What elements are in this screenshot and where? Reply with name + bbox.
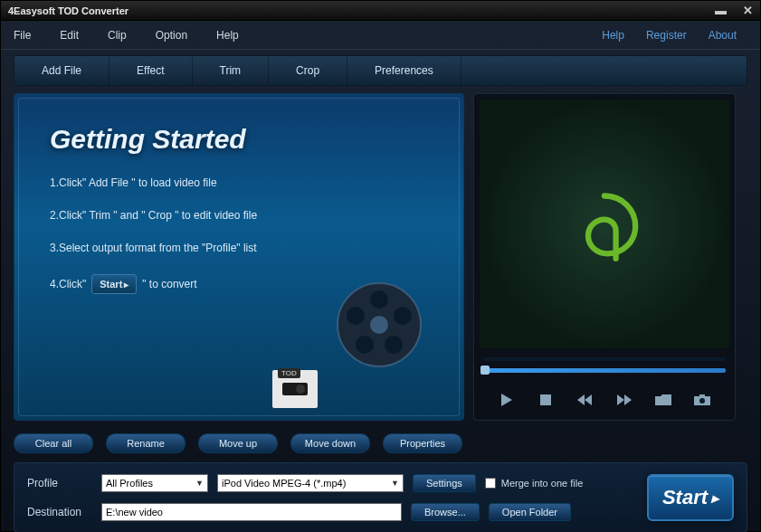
stop-button[interactable] (537, 393, 555, 407)
toolbar: Add File Effect Trim Crop Preferences (14, 55, 747, 86)
destination-label: Destination (27, 506, 92, 518)
prev-button[interactable] (576, 393, 594, 407)
menu-help[interactable]: Help (216, 29, 239, 42)
app-window: 4Easysoft TOD Converter ▬ ✕ File Edit Cl… (0, 0, 761, 532)
rename-button[interactable]: Rename (106, 433, 185, 453)
titlebar: 4Easysoft TOD Converter ▬ ✕ (1, 1, 760, 21)
step-2: 2.Click" Trim " and " Crop " to edit vid… (50, 209, 459, 222)
video-preview (480, 100, 729, 348)
link-register[interactable]: Register (646, 29, 687, 42)
svg-point-8 (296, 385, 305, 394)
svg-point-4 (385, 336, 403, 354)
move-up-button[interactable]: Move up (198, 433, 278, 453)
app-title: 4Easysoft TOD Converter (8, 5, 715, 16)
welcome-panel: Getting Started 1.Click" Add File " to l… (14, 93, 464, 421)
snapshot-button[interactable] (693, 393, 711, 407)
svg-point-3 (394, 307, 412, 325)
svg-rect-9 (540, 394, 551, 405)
next-button[interactable] (615, 393, 633, 407)
menu-option[interactable]: Option (156, 29, 187, 42)
toolbar-preferences[interactable]: Preferences (347, 56, 461, 85)
menu-file[interactable]: File (14, 29, 31, 42)
toolbar-trim[interactable]: Trim (193, 56, 270, 85)
progress-bar (483, 357, 726, 361)
toolbar-effect[interactable]: Effect (109, 56, 192, 85)
toolbar-add-file[interactable]: Add File (14, 56, 109, 85)
svg-point-2 (370, 290, 388, 309)
svg-rect-12 (699, 394, 705, 397)
toolbar-crop[interactable]: Crop (269, 56, 347, 85)
link-help[interactable]: Help (602, 29, 624, 42)
menu-edit[interactable]: Edit (60, 29, 79, 42)
link-about[interactable]: About (709, 29, 737, 42)
close-button[interactable]: ✕ (743, 4, 753, 17)
open-button[interactable] (654, 393, 672, 407)
svg-point-5 (356, 336, 374, 354)
settings-button[interactable]: Settings (413, 474, 476, 492)
inline-start-button[interactable]: Start▸ (91, 274, 137, 294)
svg-point-6 (347, 307, 365, 325)
open-folder-button[interactable]: Open Folder (489, 503, 571, 521)
preview-panel (473, 93, 736, 421)
logo-icon (564, 184, 645, 265)
merge-checkbox[interactable] (485, 478, 496, 489)
menu-clip[interactable]: Clip (108, 29, 127, 42)
step-1: 1.Click" Add File " to load video file (50, 176, 459, 189)
svg-point-1 (370, 316, 388, 334)
player-controls (474, 387, 735, 420)
start-button[interactable]: Start▸ (647, 474, 734, 521)
tod-label: TOD (278, 368, 300, 378)
profile-label: Profile (27, 477, 92, 489)
properties-button[interactable]: Properties (383, 433, 462, 453)
profile-category-select[interactable]: All Profiles▼ (101, 474, 208, 492)
profile-format-select[interactable]: iPod Video MPEG-4 (*.mp4)▼ (217, 474, 404, 492)
destination-input[interactable]: E:\new video (101, 503, 402, 521)
play-button[interactable] (498, 393, 516, 407)
seek-bar[interactable] (483, 368, 726, 373)
menubar: File Edit Clip Option Help Help Register… (1, 21, 760, 50)
browse-button[interactable]: Browse... (411, 503, 480, 521)
getting-started-heading: Getting Started (19, 99, 459, 176)
settings-panel: Profile All Profiles▼ iPod Video MPEG-4 … (14, 462, 747, 532)
minimize-button[interactable]: ▬ (715, 4, 727, 17)
step-3: 3.Select output format from the "Profile… (50, 242, 459, 254)
seek-thumb[interactable] (480, 366, 490, 375)
svg-point-11 (699, 398, 705, 404)
merge-label: Merge into one file (501, 478, 584, 489)
film-reel-icon (334, 280, 424, 370)
clear-all-button[interactable]: Clear all (14, 433, 93, 453)
list-buttons: Clear all Rename Move up Move down Prope… (1, 428, 760, 453)
move-down-button[interactable]: Move down (290, 433, 370, 453)
